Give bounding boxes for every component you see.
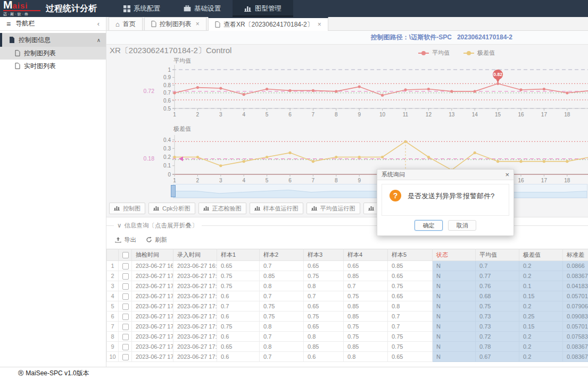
column-header-样本2[interactable]: 样本2 (260, 249, 304, 261)
svg-text:8: 8 (335, 178, 338, 183)
row-checkbox[interactable] (122, 324, 129, 330)
cell: 0.6 (217, 332, 260, 342)
cancel-button[interactable]: 取消 (448, 220, 476, 231)
confirm-button[interactable]: 确定 (415, 220, 443, 231)
column-header-样本4[interactable]: 样本4 (344, 249, 388, 261)
cell: 0.65 (304, 301, 344, 311)
svg-text:13: 13 (449, 112, 455, 117)
svg-text:1: 1 (168, 67, 171, 73)
cell: 2023-06-27 17:08 (173, 271, 217, 281)
hamburger-icon[interactable]: ≡ (6, 20, 11, 28)
row-checkbox[interactable] (122, 314, 129, 320)
cell: 0.05701 (563, 322, 588, 332)
row-checkbox[interactable] (122, 304, 129, 310)
legend-item-极差值[interactable]: 极差值 (463, 49, 495, 57)
column-header-录入时间[interactable]: 录入时间 (173, 249, 217, 261)
column-header-样本3[interactable]: 样本3 (304, 249, 344, 261)
legend-dot (467, 51, 471, 55)
tab-close-icon[interactable]: × (196, 20, 200, 28)
select-all-checkbox[interactable] (122, 252, 129, 258)
svg-text:6: 6 (288, 178, 292, 183)
cell: 2023-06-27 17:10 (173, 322, 217, 332)
cell: 0.15 (519, 291, 563, 301)
svg-text:5: 5 (266, 112, 269, 117)
svg-text:0.6: 0.6 (163, 98, 171, 104)
cell: 0.75 (344, 332, 388, 342)
refresh-button[interactable]: 刷新 (146, 236, 167, 244)
file-icon (15, 63, 20, 69)
breadcrumb: 控制图路径：\迈斯软件-SPC 20230624170184-2 (106, 31, 588, 45)
row-checkbox[interactable] (122, 273, 129, 280)
row-select-cell (119, 342, 132, 352)
file-icon (15, 50, 20, 56)
system-inquiry-dialog: 系统询问 × ? 是否发送判异异常报警邮件? 确定 取消 (377, 169, 514, 236)
row-checkbox[interactable] (122, 344, 129, 350)
row-checkbox[interactable] (122, 283, 129, 290)
refresh-label: 刷新 (155, 236, 167, 244)
row-checkbox[interactable] (122, 334, 129, 340)
info-query-toggle[interactable]: ∨ 信息查询〔点击展开折叠〕 (117, 222, 197, 230)
column-header-状态[interactable]: 状态 (433, 249, 476, 261)
cell: N (433, 271, 476, 281)
cell: 0.6 (217, 291, 260, 301)
cell: 0.65 (388, 291, 433, 301)
chart-button-正态检验图[interactable]: 正态检验图 (198, 203, 246, 214)
legend-swatch (463, 51, 474, 55)
sidebar: ≡ 导航栏 ‹ 控制图信息 ∧ 控制图列表实时图列表 (0, 17, 106, 367)
top-nav-item-系统配置[interactable]: 系统配置 (112, 0, 172, 17)
sidebar-group-control-chart-info[interactable]: 控制图信息 ∧ (0, 33, 106, 47)
logo-accent: aisi (13, 1, 28, 10)
row-select-cell (119, 271, 132, 281)
top-nav-item-基础设置[interactable]: 基础设置 (172, 0, 233, 17)
cell: 0.85 (344, 342, 388, 352)
cell: 0.07583 (563, 332, 588, 342)
tab-首页[interactable]: ⌂首页 (109, 17, 143, 30)
chart-button-平均值运行图[interactable]: 平均值运行图 (307, 203, 360, 214)
cell: 0.7 (217, 301, 260, 311)
column-header-标准差[interactable]: 标准差 (563, 249, 588, 261)
sidebar-item-实时图列表[interactable]: 实时图列表 (0, 60, 106, 72)
cell: 0.7 (304, 291, 344, 301)
cell: 0.65 (217, 261, 260, 271)
chart-button-Cpk分析图[interactable]: Cpk分析图 (148, 203, 195, 214)
svg-text:平均值: 平均值 (173, 57, 191, 64)
cell: 0.85 (344, 311, 388, 322)
svg-text:1: 1 (173, 178, 176, 183)
data-zoom-handle[interactable] (171, 185, 176, 197)
cell: 0.72 (476, 332, 519, 342)
legend-swatch (418, 51, 429, 55)
row-checkbox[interactable] (122, 263, 129, 269)
column-header-样本1[interactable]: 样本1 (217, 249, 260, 261)
top-nav-item-图型管理[interactable]: 图型管理 (233, 0, 293, 17)
sidebar-item-控制图列表[interactable]: 控制图列表 (0, 47, 106, 60)
cell: 0.65 (304, 261, 344, 271)
sidebar-collapse-icon[interactable]: ‹ (97, 20, 100, 28)
row-checkbox[interactable] (122, 354, 129, 360)
cell: 2023-06-27 17:09 (173, 281, 217, 291)
column-header-抽检时间[interactable]: 抽检时间 (132, 249, 173, 261)
row-select-cell (119, 322, 132, 332)
sidebar-items: 控制图列表实时图列表 (0, 47, 106, 72)
cell: 0.6 (304, 352, 344, 362)
chart-button-label: 正态检验图 (212, 205, 242, 213)
chart-button-样本值运行图[interactable]: 样本值运行图 (250, 203, 303, 214)
dialog-title-bar[interactable]: 系统询问 × (377, 170, 514, 180)
close-icon[interactable]: × (505, 171, 509, 178)
cell: N (433, 261, 476, 271)
svg-text:8: 8 (335, 112, 338, 117)
cell: 0.75 (217, 271, 260, 281)
cell: 0.05701 (563, 291, 588, 301)
tab-控制图列表[interactable]: 控制图列表× (144, 17, 206, 30)
tab-close-icon[interactable]: × (318, 21, 321, 28)
chevron-up-icon[interactable]: ∧ (97, 37, 101, 43)
legend-item-平均值[interactable]: 平均值 (418, 49, 450, 57)
chart-button-控制图[interactable]: 控制图 (109, 203, 145, 214)
export-button[interactable]: 导出 (115, 236, 136, 244)
column-header-样本5[interactable]: 样本5 (388, 249, 433, 261)
column-header-极差值[interactable]: 极差值 (519, 249, 563, 261)
column-header-平均值[interactable]: 平均值 (476, 249, 519, 261)
home-icon: ⌂ (115, 20, 120, 28)
cell: 0.67 (476, 352, 519, 362)
row-checkbox[interactable] (122, 293, 129, 300)
tab-查看XR〔20230624170184-2〕[interactable]: 查看XR〔20230624170184-2〕× (208, 17, 328, 31)
